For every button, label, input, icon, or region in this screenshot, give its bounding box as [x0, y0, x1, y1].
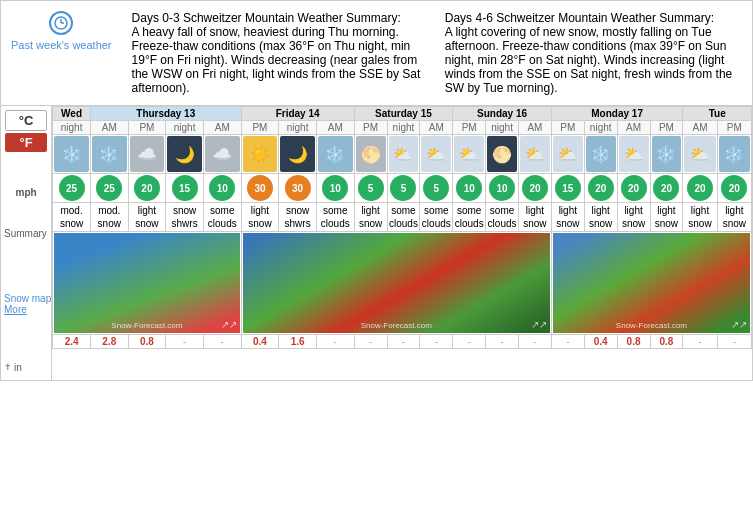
snow-amount-row: 2.4 2.8 0.8 - - 0.4 1.6 - - - - - - - - … — [53, 335, 752, 349]
day-friday: Friday 14 — [241, 107, 354, 121]
summary-label: Summary — [1, 212, 51, 254]
snow-map-cell-3[interactable]: Snow-Forecast.com ↗↗ — [551, 232, 751, 335]
period-5: PM — [241, 121, 279, 135]
fahrenheit-button[interactable]: °F — [5, 133, 47, 152]
past-week-link[interactable]: Past week's weather — [11, 11, 112, 95]
wind-4: 10 — [203, 174, 241, 203]
day-thursday: Thursday 13 — [90, 107, 241, 121]
icon-15: ❄️ — [584, 135, 617, 174]
sum-10: some clouds — [420, 203, 453, 232]
snow-amt-0: 2.4 — [53, 335, 91, 349]
forecast-section: °C °F mph Summary Snow map More ✝ in — [1, 106, 752, 380]
past-week-label: Past week's weather — [11, 39, 112, 51]
wind-8: 5 — [354, 174, 387, 203]
day-monday: Monday 17 — [551, 107, 683, 121]
wind-0: 25 — [53, 174, 91, 203]
snow-amt-18: - — [683, 335, 717, 349]
sum-12: some clouds — [486, 203, 519, 232]
celsius-button[interactable]: °C — [5, 110, 47, 131]
summary-conditions-row: mod. snow mod. snow light snow snow shwr… — [53, 203, 752, 232]
period-2: PM — [128, 121, 166, 135]
snow-amt-7: - — [316, 335, 354, 349]
wind-5: 30 — [241, 174, 279, 203]
period-8: PM — [354, 121, 387, 135]
period-11: PM — [453, 121, 486, 135]
wind-6: 30 — [279, 174, 317, 203]
sum-2: light snow — [128, 203, 166, 232]
icon-8: 🌕 — [354, 135, 387, 174]
snow-map-more[interactable]: More — [4, 304, 51, 315]
sum-13: light snow — [519, 203, 552, 232]
wind-11: 10 — [453, 174, 486, 203]
sum-19: light snow — [717, 203, 751, 232]
icon-14: ⛅ — [551, 135, 584, 174]
wind-10: 5 — [420, 174, 453, 203]
wind-18: 20 — [683, 174, 717, 203]
sum-9: some clouds — [387, 203, 420, 232]
icon-6: 🌙 — [279, 135, 317, 174]
in-label: in — [14, 362, 22, 373]
labels-column: °C °F mph Summary Snow map More ✝ in — [1, 106, 52, 380]
snow-amt-17: 0.8 — [650, 335, 683, 349]
days03-title: Days 0-3 Schweitzer Mountain Weather Sum… — [132, 11, 429, 25]
snow-amt-8: - — [354, 335, 387, 349]
sum-15: light snow — [584, 203, 617, 232]
period-13: AM — [519, 121, 552, 135]
icon-11: ⛅ — [453, 135, 486, 174]
forecast-grid: Wed Thursday 13 Friday 14 Saturday 15 Su… — [52, 106, 752, 380]
icons-row: ❄️ ❄️ ☁️ 🌙 ☁️ ☀️ 🌙 ❄️ 🌕 ⛅ ⛅ ⛅ 🌕 ⛅ ⛅ ❄️ — [53, 135, 752, 174]
wind-17: 20 — [650, 174, 683, 203]
wind-7: 10 — [316, 174, 354, 203]
period-6: night — [279, 121, 317, 135]
snow-amt-9: - — [387, 335, 420, 349]
wind-3: 15 — [166, 174, 204, 203]
snow-map-row: Snow-Forecast.com ↗↗ Snow-Forecast.com ↗… — [53, 232, 752, 335]
snow-amt-2: 0.8 — [128, 335, 166, 349]
weather-container: Past week's weather Days 0-3 Schweitzer … — [0, 0, 753, 381]
sum-17: light snow — [650, 203, 683, 232]
sum-0: mod. snow — [53, 203, 91, 232]
sum-8: light snow — [354, 203, 387, 232]
sum-1: mod. snow — [90, 203, 128, 232]
wind-row: 25 25 20 15 10 30 30 10 5 5 5 10 10 20 1… — [53, 174, 752, 203]
period-15: night — [584, 121, 617, 135]
snow-map-cell-2[interactable]: Snow-Forecast.com ↗↗ — [241, 232, 551, 335]
period-7: AM — [316, 121, 354, 135]
icon-9: ⛅ — [387, 135, 420, 174]
snow-amt-3: - — [166, 335, 204, 349]
day-wed: Wed — [53, 107, 91, 121]
icon-7: ❄️ — [316, 135, 354, 174]
sum-4: some clouds — [203, 203, 241, 232]
days03-text: A heavy fall of snow, heaviest during Th… — [132, 25, 429, 95]
wind-19: 20 — [717, 174, 751, 203]
snow-amt-6: 1.6 — [279, 335, 317, 349]
period-16: AM — [617, 121, 650, 135]
period-10: AM — [420, 121, 453, 135]
days03-summary: Days 0-3 Schweitzer Mountain Weather Sum… — [132, 11, 429, 95]
snow-amt-15: 0.4 — [584, 335, 617, 349]
wind-1: 25 — [90, 174, 128, 203]
forecast-table: Wed Thursday 13 Friday 14 Saturday 15 Su… — [52, 106, 752, 349]
icon-0: ❄️ — [53, 135, 91, 174]
snow-map-cell-1[interactable]: Snow-Forecast.com ↗↗ — [53, 232, 241, 335]
snow-amt-12: - — [486, 335, 519, 349]
period-19: PM — [717, 121, 751, 135]
sum-11: some clouds — [453, 203, 486, 232]
period-0: night — [53, 121, 91, 135]
period-18: AM — [683, 121, 717, 135]
snow-in-label: ✝ in — [1, 354, 51, 380]
icon-12: 🌕 — [486, 135, 519, 174]
sum-14: light snow — [551, 203, 584, 232]
period-1: AM — [90, 121, 128, 135]
days46-text: A light covering of new snow, mostly fal… — [445, 25, 742, 95]
snow-map-label[interactable]: Snow map More — [1, 254, 51, 354]
snow-amt-13: - — [519, 335, 552, 349]
icon-4: ☁️ — [203, 135, 241, 174]
sum-16: light snow — [617, 203, 650, 232]
snow-map-text: Snow map — [4, 293, 51, 304]
icon-17: ❄️ — [650, 135, 683, 174]
subperiod-row: night AM PM night AM PM night AM PM nigh… — [53, 121, 752, 135]
snow-amt-16: 0.8 — [617, 335, 650, 349]
period-9: night — [387, 121, 420, 135]
summary-section: Past week's weather Days 0-3 Schweitzer … — [1, 1, 752, 106]
